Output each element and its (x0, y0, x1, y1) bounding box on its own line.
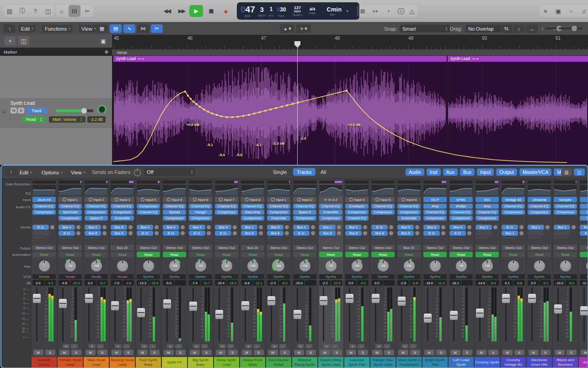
sends-on-faders-power-icon[interactable] (134, 169, 141, 176)
eq-thumbnail[interactable] (423, 185, 447, 195)
audio-fx-slot[interactable]: Channel EQ (397, 204, 421, 209)
pan-knob[interactable]: -18 (376, 259, 390, 273)
mute-button[interactable]: M (294, 350, 304, 355)
vca-assignment[interactable]: Synths (502, 274, 525, 279)
snap-select[interactable]: Smart▴▾ (400, 25, 450, 32)
channel-strip-12[interactable]: ∞In 3-4Channel EQEnsembleCompressorBus 1… (318, 179, 343, 368)
vca-assignment[interactable]: Synths (423, 274, 447, 279)
sends-mode-select[interactable]: Off▴▾ (144, 168, 195, 176)
send-slot[interactable]: Bus 8 (241, 231, 263, 236)
pan-knob[interactable]: -64 (272, 259, 286, 273)
send-level-knob[interactable] (519, 231, 524, 235)
volume-fader[interactable] (580, 306, 588, 315)
volume-fader[interactable] (241, 301, 249, 310)
metronome-icon[interactable]: △ (406, 5, 418, 17)
eq-thumbnail[interactable] (449, 185, 473, 195)
view-menu[interactable]: View▾ (79, 25, 98, 32)
volume-fader[interactable] (424, 314, 432, 323)
solo-button[interactable]: S (176, 350, 186, 355)
send-slot[interactable]: Bus 4 (215, 225, 237, 230)
pan-knob[interactable] (507, 259, 520, 273)
input-button[interactable]: Drum Kit (32, 197, 56, 202)
send-slot[interactable]: Bus 4 (189, 225, 211, 230)
send-slot[interactable]: Bus 9 (397, 225, 419, 230)
automation-parameter-select[interactable]: Main: Volume▴▾ (49, 116, 86, 123)
help-icon[interactable]: ? (29, 5, 41, 17)
solo-button[interactable]: S (280, 350, 290, 355)
record-enable-button[interactable]: R (297, 344, 304, 348)
output-button[interactable]: Stereo Out (528, 245, 551, 250)
record-enable-icon[interactable] (193, 198, 197, 201)
output-button[interactable]: Bus 20 (397, 245, 421, 250)
split-tool[interactable]: ✂ (151, 24, 163, 33)
send-slot[interactable] (554, 231, 570, 236)
duplicate-track-button[interactable]: ◫ (18, 37, 29, 45)
volume-fader[interactable] (59, 299, 67, 308)
media-browser-icon[interactable]: ♫ (578, 5, 588, 17)
lcd-chevron-icon[interactable]: ▾ (347, 9, 348, 13)
mute-button[interactable]: M (164, 350, 174, 355)
audio-fx-slot[interactable]: Amp (580, 204, 588, 209)
scissors-icon[interactable]: ✂ (81, 5, 93, 17)
eq-thumbnail[interactable] (189, 185, 212, 195)
vca-assignment[interactable]: Synths (215, 274, 238, 279)
output-button[interactable]: Stereo (580, 245, 588, 250)
channel-strip-11[interactable]: Input 2Channel EQSpace DCompressorBus 4B… (292, 179, 317, 368)
output-button[interactable]: Bus 20 (111, 245, 134, 250)
input-button[interactable]: ES1 (476, 197, 499, 202)
audio-fx-slot[interactable]: Space D (293, 210, 316, 215)
audio-fx-slot[interactable]: Compressor (476, 216, 499, 221)
send-slot[interactable]: Bus 4 (423, 225, 445, 230)
send-slot[interactable] (476, 231, 492, 236)
input-button[interactable]: Input 3 (111, 197, 134, 202)
audio-fx-slot[interactable]: Compressor (111, 210, 134, 215)
output-button[interactable]: Stereo Out (32, 245, 56, 250)
send-level-knob[interactable] (441, 231, 445, 235)
input-monitor-button[interactable]: I (71, 344, 78, 348)
input-button[interactable]: Sampler (554, 197, 577, 202)
input-button[interactable]: ∞In 3-4 (319, 197, 342, 202)
audio-fx-slot[interactable]: Channel EQ (267, 204, 290, 209)
output-button[interactable]: Stereo Out (423, 245, 447, 250)
record-enable-icon[interactable] (245, 198, 249, 201)
input-monitor-button[interactable]: I (358, 344, 364, 348)
filter-aux[interactable]: Aux (443, 168, 458, 176)
volume-fader[interactable] (163, 299, 171, 308)
record-enable-icon[interactable] (297, 198, 301, 201)
audio-fx-slot[interactable]: Flanger (189, 210, 212, 215)
send-level-knob[interactable] (337, 231, 341, 235)
input-button[interactable]: ES (580, 197, 588, 202)
send-level-knob[interactable] (181, 225, 185, 229)
filter-bus[interactable]: Bus (460, 168, 475, 176)
channel-name[interactable]: Analog Sy (579, 357, 588, 368)
audio-fx-slot[interactable]: Channel EQ (189, 204, 212, 209)
channel-strip-20[interactable]: UltrabeatChannel EQCompressorBus 1Stereo… (527, 179, 552, 368)
input-button[interactable]: Vintage B3 (502, 197, 525, 202)
send-slot[interactable]: Bus 4 (137, 225, 159, 230)
send-level-knob[interactable] (259, 231, 263, 235)
automation-mode-button[interactable]: Read (59, 252, 82, 257)
send-slot[interactable]: Bus 9 (111, 231, 133, 236)
record-enable-icon[interactable] (115, 198, 118, 201)
mute-button[interactable]: M (398, 350, 408, 355)
record-enable-icon[interactable] (375, 198, 379, 201)
input-button[interactable]: Input 5 (371, 197, 395, 202)
info-icon[interactable]: ⓘ (16, 5, 28, 17)
audio-fx-slot[interactable]: Compressor (449, 216, 473, 221)
output-button[interactable]: Stereo Out (163, 245, 186, 250)
eq-thumbnail[interactable] (163, 185, 186, 195)
input-monitor-button[interactable]: I (331, 344, 338, 348)
audio-fx-slot[interactable]: Channel EQ (85, 204, 108, 209)
send-slot[interactable]: Bus 4 (449, 225, 471, 230)
add-track-button[interactable]: + (5, 37, 16, 45)
record-enable-button[interactable]: R (375, 344, 382, 348)
send-slot[interactable] (32, 231, 49, 236)
send-level-knob[interactable] (519, 225, 524, 229)
automation-tool[interactable]: ∿ (123, 24, 135, 33)
mute-button[interactable]: M (529, 350, 539, 355)
zoom-auto-icon[interactable]: ⇆ (500, 24, 512, 33)
segment-single[interactable]: Single (269, 168, 291, 176)
send-slot[interactable]: B 11 (502, 225, 524, 230)
audio-fx-slot[interactable]: Channel EQ (293, 204, 316, 209)
record-enable-button[interactable]: R (245, 344, 252, 348)
